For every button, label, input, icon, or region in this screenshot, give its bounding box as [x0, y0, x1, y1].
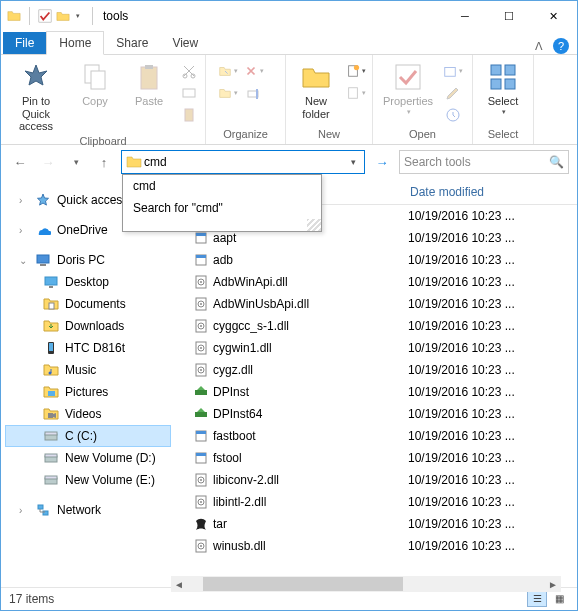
- svg-rect-17: [491, 65, 501, 75]
- file-icon: [193, 274, 213, 290]
- tab-file[interactable]: File: [3, 32, 46, 54]
- tree-item[interactable]: Desktop: [5, 271, 171, 293]
- history-icon[interactable]: [443, 105, 463, 125]
- column-date[interactable]: Date modified: [410, 185, 577, 199]
- file-icon: [193, 384, 213, 400]
- delete-icon[interactable]: ▾: [244, 61, 264, 81]
- nav-back-button[interactable]: ←: [9, 151, 31, 173]
- close-button[interactable]: ✕: [531, 2, 575, 30]
- copy-to-icon[interactable]: ▾: [218, 83, 238, 103]
- address-autocomplete: cmd Search for "cmd": [122, 174, 322, 232]
- qat-properties-icon[interactable]: [38, 9, 52, 23]
- tree-item-label: Desktop: [65, 275, 109, 289]
- tree-item[interactable]: New Volume (E:): [5, 469, 171, 491]
- ribbon-collapse-icon[interactable]: ᐱ: [535, 40, 543, 53]
- tree-expand-icon[interactable]: ›: [19, 195, 29, 206]
- file-row[interactable]: tar10/19/2016 10:23 ...: [171, 513, 577, 535]
- tree-item[interactable]: Videos: [5, 403, 171, 425]
- resize-grip-icon[interactable]: [307, 219, 321, 231]
- file-name: libiconv-2.dll: [213, 473, 408, 487]
- svg-point-56: [200, 347, 202, 349]
- copy-path-icon[interactable]: [179, 83, 199, 103]
- tree-item[interactable]: ⌄Doris PC: [5, 249, 171, 271]
- title-bar: ▾ tools ─ ☐ ✕: [1, 1, 577, 31]
- file-date: 10/19/2016 10:23 ...: [408, 363, 577, 377]
- file-row[interactable]: AdbWinApi.dll10/19/2016 10:23 ...: [171, 271, 577, 293]
- easy-access-icon[interactable]: ▾: [346, 83, 366, 103]
- file-icon: [193, 538, 213, 554]
- tree-item[interactable]: Music: [5, 359, 171, 381]
- nav-up-button[interactable]: ↑: [93, 151, 115, 173]
- tree-item-label: C (C:): [65, 429, 97, 443]
- open-icon[interactable]: ▾: [443, 61, 463, 81]
- tree-item[interactable]: New Volume (D:): [5, 447, 171, 469]
- view-large-icons-button[interactable]: ▦: [549, 591, 569, 607]
- file-row[interactable]: libintl-2.dll10/19/2016 10:23 ...: [171, 491, 577, 513]
- address-dropdown-icon[interactable]: ▾: [347, 157, 360, 167]
- file-list-pane: Name Date modified 7z10/19/2016 10:23 ..…: [171, 179, 577, 587]
- nav-forward-button[interactable]: →: [37, 151, 59, 173]
- paste-button[interactable]: Paste: [125, 59, 173, 108]
- tree-item[interactable]: C (C:): [5, 425, 171, 447]
- maximize-button[interactable]: ☐: [487, 2, 531, 30]
- tree-expand-icon[interactable]: ⌄: [19, 255, 29, 266]
- move-to-icon[interactable]: ▾: [218, 61, 238, 81]
- new-folder-button[interactable]: New folder: [292, 59, 340, 120]
- file-row[interactable]: fastboot10/19/2016 10:23 ...: [171, 425, 577, 447]
- svg-rect-25: [49, 303, 54, 309]
- file-date: 10/19/2016 10:23 ...: [408, 319, 577, 333]
- qat-customize-dropdown[interactable]: ▾: [76, 12, 80, 20]
- help-icon[interactable]: ?: [553, 38, 569, 54]
- tree-item[interactable]: ›Network: [5, 499, 171, 521]
- group-label-open: Open: [379, 126, 466, 140]
- file-name: cyggcc_s-1.dll: [213, 319, 408, 333]
- file-row[interactable]: DPInst10/19/2016 10:23 ...: [171, 381, 577, 403]
- file-row[interactable]: winusb.dll10/19/2016 10:23 ...: [171, 535, 577, 557]
- tree-item-label: HTC D816t: [65, 341, 125, 355]
- horizontal-scrollbar[interactable]: ◄ ►: [171, 576, 561, 592]
- file-row[interactable]: cygwin1.dll10/19/2016 10:23 ...: [171, 337, 577, 359]
- rename-icon[interactable]: [244, 83, 264, 103]
- go-button[interactable]: →: [371, 151, 393, 173]
- edit-icon[interactable]: [443, 83, 463, 103]
- address-input[interactable]: [142, 155, 347, 169]
- tab-share[interactable]: Share: [104, 32, 160, 54]
- select-button[interactable]: Select ▾: [479, 59, 527, 116]
- address-bar[interactable]: ▾ cmd Search for "cmd": [121, 150, 365, 174]
- autocomplete-option[interactable]: cmd: [123, 175, 321, 197]
- properties-button[interactable]: Properties ▾: [379, 59, 437, 116]
- file-row[interactable]: DPInst6410/19/2016 10:23 ...: [171, 403, 577, 425]
- view-details-button[interactable]: ☰: [527, 591, 547, 607]
- minimize-button[interactable]: ─: [443, 2, 487, 30]
- autocomplete-option[interactable]: Search for "cmd": [123, 197, 321, 219]
- scrollbar-thumb[interactable]: [203, 577, 403, 591]
- tab-home[interactable]: Home: [46, 31, 104, 55]
- tree-expand-icon[interactable]: ›: [19, 505, 29, 516]
- file-date: 10/19/2016 10:23 ...: [408, 517, 577, 531]
- file-row[interactable]: cyggcc_s-1.dll10/19/2016 10:23 ...: [171, 315, 577, 337]
- tab-view[interactable]: View: [160, 32, 210, 54]
- tree-item-label: Downloads: [65, 319, 124, 333]
- file-row[interactable]: cygz.dll10/19/2016 10:23 ...: [171, 359, 577, 381]
- tree-item[interactable]: Pictures: [5, 381, 171, 403]
- file-row[interactable]: libiconv-2.dll10/19/2016 10:23 ...: [171, 469, 577, 491]
- paste-shortcut-icon[interactable]: [179, 105, 199, 125]
- svg-rect-8: [185, 109, 193, 121]
- nav-recent-dropdown[interactable]: ▾: [65, 151, 87, 173]
- file-row[interactable]: fstool10/19/2016 10:23 ...: [171, 447, 577, 469]
- pin-to-quick-access-button[interactable]: Pin to Quick access: [7, 59, 65, 133]
- tree-expand-icon[interactable]: ›: [19, 225, 29, 236]
- file-row[interactable]: adb10/19/2016 10:23 ...: [171, 249, 577, 271]
- file-row[interactable]: AdbWinUsbApi.dll10/19/2016 10:23 ...: [171, 293, 577, 315]
- copy-button[interactable]: Copy: [71, 59, 119, 108]
- tree-item-label: Doris PC: [57, 253, 105, 267]
- file-date: 10/19/2016 10:23 ...: [408, 231, 577, 245]
- qat-newfolder-icon[interactable]: [56, 9, 70, 23]
- tree-item[interactable]: Downloads: [5, 315, 171, 337]
- cut-icon[interactable]: [179, 61, 199, 81]
- svg-rect-34: [45, 454, 57, 457]
- search-box[interactable]: Search tools 🔍: [399, 150, 569, 174]
- tree-item[interactable]: Documents: [5, 293, 171, 315]
- tree-item[interactable]: HTC D816t: [5, 337, 171, 359]
- new-item-icon[interactable]: ▾: [346, 61, 366, 81]
